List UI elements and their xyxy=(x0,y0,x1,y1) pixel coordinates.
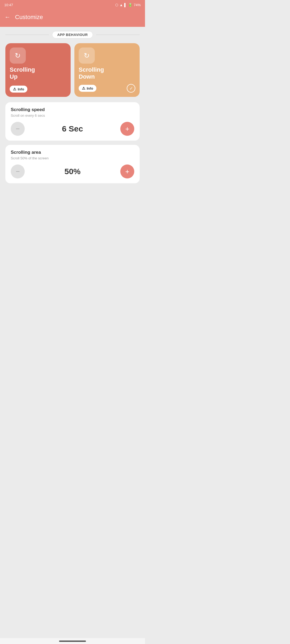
section-header: APP BEHAVIOUR xyxy=(5,31,140,38)
scroll-up-title: ScrollingUp xyxy=(10,66,66,80)
bluetooth-icon: ⬡ xyxy=(115,3,118,7)
scroll-up-icon-wrap: ↻ xyxy=(10,47,26,64)
scroll-down-warn-icon: ⚠ xyxy=(82,86,85,90)
scroll-down-info-label: Info xyxy=(87,86,93,90)
scroll-down-title: ScrollingDown xyxy=(79,66,135,80)
battery-percent: 74% xyxy=(134,3,141,7)
section-label: APP BEHAVIOUR xyxy=(52,31,93,38)
main-content: APP BEHAVIOUR ↻ ScrollingUp ⚠ Info xyxy=(0,27,145,196)
scrolling-area-subtitle: Scroll 50% of the screen xyxy=(11,156,134,160)
scrolling-speed-subtitle: Scroll on every 6 secs xyxy=(11,114,134,118)
scroll-up-info-label: Info xyxy=(18,87,24,91)
cards-row: ↻ ScrollingUp ⚠ Info ↻ ScrollingDown xyxy=(5,43,140,97)
back-button[interactable]: ← xyxy=(3,13,12,21)
scrolling-speed-decrease-button[interactable]: − xyxy=(11,122,25,136)
scrolling-speed-card: Scrolling speed Scroll on every 6 secs −… xyxy=(5,102,140,141)
scroll-up-icon: ↻ xyxy=(15,52,21,60)
scrolling-area-stepper: − 50% + xyxy=(11,164,134,178)
scroll-down-icon: ↻ xyxy=(84,52,90,60)
status-icons: ⬡ ▲ ▌ 🔋 74% xyxy=(115,3,141,7)
scrolling-area-title: Scrolling area xyxy=(11,150,134,155)
scrolling-area-increase-button[interactable]: + xyxy=(120,164,134,178)
wifi-icon: ▲ xyxy=(119,3,123,7)
scroll-up-info-button[interactable]: ⚠ Info xyxy=(10,86,27,93)
section-line-right xyxy=(96,35,140,35)
scrolling-area-value: 50% xyxy=(64,167,81,176)
scrolling-area-card: Scrolling area Scroll 50% of the screen … xyxy=(5,145,140,183)
scroll-down-footer: ⚠ Info ✓ xyxy=(79,84,135,93)
scroll-up-footer: ⚠ Info xyxy=(10,86,66,93)
status-time: 10:47 xyxy=(4,3,13,7)
scroll-up-warn-icon: ⚠ xyxy=(13,87,16,91)
scroll-down-check-icon: ✓ xyxy=(127,84,135,93)
scrolling-up-card[interactable]: ↻ ScrollingUp ⚠ Info xyxy=(5,43,71,97)
scroll-down-info-button[interactable]: ⚠ Info xyxy=(79,85,96,92)
scrolling-speed-title: Scrolling speed xyxy=(11,107,134,112)
scrolling-speed-value: 6 Sec xyxy=(62,124,83,133)
section-line-left xyxy=(5,35,49,35)
top-bar: ← Customize xyxy=(0,10,145,27)
scrolling-area-decrease-button[interactable]: − xyxy=(11,164,25,178)
battery-icon: 🔋 xyxy=(128,3,132,7)
status-bar: 10:47 ⬡ ▲ ▌ 🔋 74% xyxy=(0,0,145,10)
scroll-down-icon-wrap: ↻ xyxy=(79,47,95,64)
page-title: Customize xyxy=(15,14,43,21)
scrolling-down-card[interactable]: ↻ ScrollingDown ⚠ Info ✓ xyxy=(74,43,140,97)
scrolling-speed-stepper: − 6 Sec + xyxy=(11,122,134,136)
scrolling-speed-increase-button[interactable]: + xyxy=(120,122,134,136)
signal-icon: ▌ xyxy=(124,3,127,7)
